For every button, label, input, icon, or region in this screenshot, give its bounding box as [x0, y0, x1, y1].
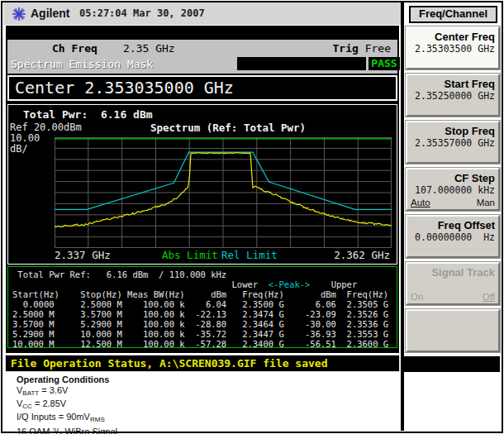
brand-label: Agilent	[31, 2, 69, 25]
ch-freq-label: Ch Freq	[52, 42, 97, 55]
operating-conditions: Operating ConditionsVBATT = 3.6VVCC = 2.…	[17, 374, 117, 434]
group-lower: Lower	[232, 279, 259, 289]
table-row: 2.5000 M 3.5700 M 100.00 k -22.13 2.3474…	[12, 309, 397, 319]
toggle-option-right[interactable]: Man	[477, 198, 495, 207]
table-summary: Total Pwr Ref: 6.16 dBm / 110.000 kHz	[12, 269, 397, 279]
softkey-toggle: AutoMan	[411, 198, 495, 207]
instrument-screenshot: Agilent 05:27:04 Mar 30, 2007 Ch Freq 2.…	[0, 0, 504, 434]
operating-conditions-line: VCC = 2.85V	[17, 398, 117, 412]
softkey-blank[interactable]	[406, 309, 500, 352]
scale-per-div: 10.00	[10, 132, 40, 144]
center-freq-window: Center 2.353035000 GHz	[7, 75, 397, 101]
softkey-value: 2.35250000 GHz	[411, 90, 495, 102]
softkey-center-freq[interactable]: Center Freq2.35303500 GHz	[406, 26, 500, 69]
spectrum-title: Spectrum (Ref: Total Pwr)	[150, 122, 306, 134]
pass-fail-badge: PASS	[368, 57, 400, 70]
measurement-title: Spectrum Emission Mask	[11, 58, 153, 70]
operating-conditions-line: VBATT = 3.6V	[17, 385, 117, 398]
trigger-status: Trig Free	[333, 42, 391, 55]
instrument-display: Ch Freq 2.35 GHz Trig Free Spectrum Emis…	[5, 25, 400, 354]
status-bar: File Operation Status, A:\SCREN039.GIF f…	[5, 355, 400, 372]
abs-limit-legend: Abs Limit	[162, 249, 218, 261]
sidebar-black-bar	[404, 356, 500, 372]
softkey-label: Start Freq	[411, 78, 495, 90]
softkey-freq-offset[interactable]: Freq Offset0.00000000 Hz	[406, 215, 500, 258]
group-peak: <-Peak->	[269, 279, 311, 289]
agilent-starburst-icon	[12, 7, 26, 21]
softkey-label: CF Step	[411, 172, 495, 184]
x-axis-labels: 2.337 GHz Abs Limit Rel Limit 2.362 GHz	[8, 249, 397, 261]
spectrum-window: Total Pwr: 6.16 dBm Ref 20.00dBm Spectru…	[7, 104, 397, 265]
softkey-label: Center Freq	[411, 31, 495, 43]
operating-conditions-line: 16 QAM 3/4 WiBro Signal	[17, 425, 117, 434]
toggle-option-right[interactable]: Off	[483, 292, 495, 302]
operating-conditions-line: Operating Conditions	[17, 374, 117, 385]
softkey-signal-track[interactable]: Signal TrackOnOff	[406, 262, 500, 305]
softkey-cf-step[interactable]: CF Step107.000000 kHzAutoMan	[406, 168, 500, 211]
table-row: 5.2900 M 10.000 M 100.00 k -35.72 2.3447…	[12, 329, 397, 339]
softkey-toggle: OnOff	[411, 292, 495, 302]
softkey-label: Stop Freq	[411, 125, 495, 137]
softkey-value: 2.35303500 GHz	[411, 43, 495, 55]
ch-freq-value: 2.35 GHz	[123, 42, 175, 55]
table-group-header: Lower <-Peak-> Upper	[12, 279, 397, 289]
table-column-header: Start(Hz) Stop(Hz) Meas BW(Hz) dBm Freq(…	[12, 289, 397, 299]
status-message: File Operation Status, A:\SCREN039.GIF f…	[11, 355, 328, 371]
trig-value: Free	[365, 42, 391, 55]
softkey-start-freq[interactable]: Start Freq2.35250000 GHz	[406, 74, 500, 117]
entry-display-field	[237, 57, 366, 70]
softkey-stop-freq[interactable]: Stop Freq2.35357000 GHz	[406, 121, 500, 164]
title-bar: Agilent 05:27:04 Mar 30, 2007	[3, 2, 401, 25]
scale-unit: dB/	[10, 143, 28, 155]
softkey-label: Freq Offset	[411, 219, 495, 231]
softkey-value: 2.35357000 GHz	[411, 137, 495, 149]
table-row: 3.5700 M 5.2900 M 100.00 k -28.80 2.3464…	[12, 319, 397, 329]
table-row: 10.000 M 12.500 M 100.00 k -57.28 2.3400…	[12, 339, 397, 348]
operating-conditions-line: I/Q Inputs = 90mVRMS	[17, 412, 117, 425]
softkey-label	[411, 313, 495, 326]
toggle-option-left[interactable]: Auto	[411, 198, 430, 207]
measurement-bar: Ch Freq 2.35 GHz Trig Free Spectrum Emis…	[7, 40, 397, 74]
table-row: 0.0000 2.5000 M 100.00 k 6.04 2.3500 G 6…	[12, 299, 397, 309]
group-upper: Upper	[331, 279, 358, 289]
total-power-readout: Total Pwr: 6.16 dBm	[23, 108, 153, 121]
toggle-option-left[interactable]: On	[411, 292, 423, 302]
menu-title: Freq/Channel	[409, 6, 497, 23]
center-freq-readout: Center 2.353035000 GHz	[15, 78, 234, 98]
x-stop-label: 2.362 GHz	[334, 249, 390, 261]
softkey-value: 107.000000 kHz	[411, 184, 495, 196]
datetime-label: 05:27:04 Mar 30, 2007	[79, 2, 205, 25]
spectrum-graticule	[55, 137, 392, 248]
results-table-window: Total Pwr Ref: 6.16 dBm / 110.000 kHz Lo…	[7, 266, 397, 348]
ref-level-label: Ref 20.00dBm	[10, 122, 82, 133]
rel-limit-legend: Rel Limit	[221, 249, 278, 261]
softkey-column: Center Freq2.35303500 GHzStart Freq2.352…	[406, 26, 500, 356]
softkey-value: 0.00000000 Hz	[411, 231, 495, 243]
x-start-label: 2.337 GHz	[55, 249, 111, 261]
trig-label: Trig	[333, 42, 359, 55]
softkey-label: Signal Track	[411, 266, 495, 279]
